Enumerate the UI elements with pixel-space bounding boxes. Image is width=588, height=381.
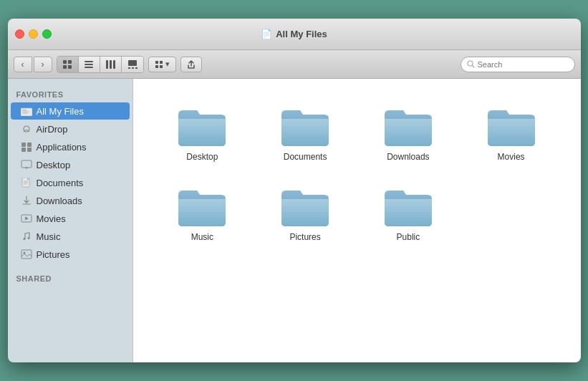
svg-line-19 [472,66,474,68]
svg-rect-24 [22,113,28,114]
search-input[interactable] [478,60,564,69]
svg-rect-42 [21,250,32,259]
folders-grid: Desktop [148,93,567,254]
music-icon [21,231,32,242]
window-title: 📄 All My Files [261,29,327,39]
svg-rect-1 [68,60,72,64]
svg-rect-15 [160,61,163,64]
share-button[interactable] [180,57,202,72]
shared-section-title: SHARED [8,270,132,286]
folder-music-label: Music [191,232,213,242]
cover-flow-button[interactable] [122,57,143,72]
folder-public[interactable]: Public [360,180,456,246]
view-buttons [57,56,144,73]
svg-rect-16 [155,65,158,68]
folder-downloads[interactable]: Downloads [360,100,456,166]
titlebar: 📄 All My Files [8,19,581,50]
sidebar-item-all-my-files[interactable]: All My Files [11,102,130,120]
sidebar-item-pictures[interactable]: Pictures [11,246,130,263]
folder-pictures[interactable]: Pictures [257,180,353,246]
title-icon: 📄 [261,29,272,39]
arrange-button[interactable]: ▾ [148,57,176,72]
sidebar-all-my-files-label: All My Files [37,106,84,117]
svg-rect-3 [68,65,72,69]
svg-point-40 [23,238,25,240]
folder-pictures-icon [280,185,330,228]
favorites-section-title: FAVORITES [8,86,132,102]
documents-icon [21,177,32,188]
arrange-arrow: ▾ [165,59,170,69]
svg-rect-0 [63,60,67,64]
search-box[interactable] [461,57,575,72]
sidebar-item-desktop[interactable]: Desktop [11,156,130,173]
folder-music-icon [177,185,227,228]
sidebar-pictures-label: Pictures [37,249,70,260]
sidebar-documents-label: Documents [37,178,84,188]
sidebar-item-movies[interactable]: Movies [11,210,130,227]
close-button[interactable] [15,29,24,39]
folder-public-label: Public [397,232,420,242]
svg-rect-6 [85,67,93,68]
airdrop-icon [21,123,32,135]
column-view-button[interactable] [100,57,122,72]
folder-documents-icon [280,105,330,148]
traffic-lights [15,29,52,39]
minimize-button[interactable] [29,29,38,39]
svg-rect-7 [106,60,108,69]
list-view-button[interactable] [79,57,100,72]
sidebar-music-label: Music [37,231,61,242]
svg-point-41 [27,237,29,239]
search-icon [467,60,475,68]
svg-rect-23 [22,112,29,112]
folder-downloads-icon [383,105,433,148]
sidebar-desktop-label: Desktop [37,160,71,170]
folder-documents-label: Documents [284,152,327,162]
svg-rect-4 [85,61,93,62]
svg-rect-28 [21,148,26,152]
sidebar-airdrop-label: AirDrop [37,124,68,135]
folder-pictures-label: Pictures [289,232,320,242]
svg-rect-11 [128,67,130,69]
sidebar-item-applications[interactable]: Applications [11,138,130,155]
sidebar-downloads-label: Downloads [37,196,82,206]
toolbar: ‹ › [8,50,581,79]
svg-marker-39 [25,217,29,221]
svg-point-18 [468,61,473,66]
folder-downloads-label: Downloads [387,152,429,162]
forward-button[interactable]: › [34,57,52,72]
svg-rect-30 [21,160,32,168]
folder-documents[interactable]: Documents [257,100,353,166]
sidebar-item-music[interactable]: Music [11,228,130,245]
svg-rect-17 [160,65,163,68]
content-area: Desktop [133,79,581,362]
folder-desktop[interactable]: Desktop [155,100,251,166]
svg-rect-22 [22,110,26,111]
svg-rect-13 [135,67,138,69]
sidebar-movies-label: Movies [37,213,66,224]
sidebar-item-airdrop[interactable]: AirDrop [11,120,130,138]
folder-desktop-icon [177,105,227,148]
desktop-icon [21,159,32,170]
movies-icon [21,213,32,224]
folder-movies[interactable]: Movies [463,100,559,166]
folder-desktop-label: Desktop [186,152,218,162]
svg-rect-12 [132,67,134,69]
svg-rect-26 [21,143,26,147]
sidebar-item-documents[interactable]: Documents [11,174,130,191]
all-my-files-icon [21,105,32,117]
folder-music[interactable]: Music [155,180,251,246]
svg-rect-8 [110,60,112,69]
navigation-buttons: ‹ › [14,57,52,72]
sidebar: FAVORITES All My Files [8,79,133,362]
folder-movies-icon [486,105,536,148]
sidebar-item-downloads[interactable]: Downloads [11,192,130,209]
downloads-icon [21,195,32,206]
icon-view-button[interactable] [57,57,79,72]
svg-rect-14 [155,61,158,64]
folder-public-icon [383,185,433,228]
back-button[interactable]: ‹ [14,57,32,72]
applications-icon [21,141,32,153]
maximize-button[interactable] [42,29,52,39]
folder-movies-label: Movies [498,152,525,162]
finder-window: 📄 All My Files ‹ › [8,19,581,362]
